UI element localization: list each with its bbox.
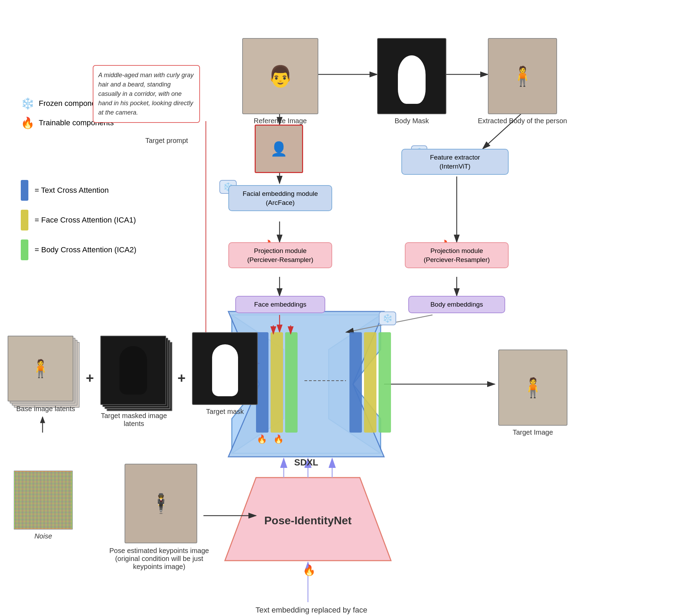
body-attention-label: = Body Cross Attention (ICA2) [35, 245, 136, 254]
prompt-box: A middle-aged man with curly gray hair a… [93, 65, 200, 123]
svg-rect-27 [271, 332, 283, 433]
color-legend: = Text Cross Attention = Face Cross Atte… [21, 180, 136, 269]
svg-rect-28 [364, 332, 376, 433]
body-attention-bar [21, 239, 28, 260]
face-detected-placeholder: 👤 [255, 125, 303, 173]
svg-text:SDXL: SDXL [294, 457, 318, 468]
svg-rect-25 [256, 332, 268, 433]
svg-marker-1 [225, 478, 391, 561]
body-mask-label: Body Mask [377, 117, 446, 125]
noise-label: Noise [14, 532, 73, 540]
projection-body-module: Projection module(Perciever-Resampler) [405, 242, 509, 268]
text-attention-bar [21, 180, 28, 201]
projection-face-module: Projection module(Perciever-Resampler) [228, 242, 332, 268]
pose-keypoints-label: Pose estimated keypoints image (original… [104, 547, 215, 571]
face-attention-bar [21, 210, 28, 230]
svg-text:Pose-IdentityNet: Pose-IdentityNet [264, 514, 352, 527]
extracted-body-placeholder: 🧍 [488, 38, 557, 114]
base-image-label: Base image latents [8, 405, 84, 413]
facial-embedding-label: Facial embedding module(ArcFace) [243, 190, 318, 206]
prompt-text: A middle-aged man with curly gray hair a… [98, 72, 193, 116]
bottom-text-label: Text embedding replaced by face embeddin… [242, 606, 381, 616]
plus-sign-1: + [86, 370, 94, 386]
fire-sdxl-2: 🔥 [273, 434, 284, 444]
reference-image-placeholder: 👨 [242, 38, 318, 114]
target-mask-label: Target mask [192, 408, 258, 416]
target-masked-label: Target masked image latents [98, 412, 170, 428]
text-attention-label: = Text Cross Attention [35, 186, 109, 195]
text-attention-legend: = Text Cross Attention [21, 180, 136, 201]
svg-rect-29 [285, 332, 298, 433]
diagram-container: SDXL Pose-IdentityNet Img2Img ❄️ Frozen … [0, 0, 692, 616]
snowflake-icon: ❄️ [21, 97, 35, 110]
noise-arrow [37, 415, 48, 433]
noise-placeholder [14, 471, 73, 529]
fire-icon: 🔥 [21, 116, 35, 129]
plus-sign-2: + [177, 370, 185, 386]
svg-rect-30 [379, 332, 391, 433]
extracted-body-label: Extracted Body of the person [477, 117, 567, 125]
face-attention-legend: = Face Cross Attention (ICA1) [21, 210, 136, 230]
target-prompt-label: Target prompt [145, 137, 188, 145]
fire-sdxl-1: 🔥 [257, 434, 267, 444]
sdxl-snowflake: ❄️ [379, 311, 396, 325]
face-attention-label: = Face Cross Attention (ICA1) [35, 216, 136, 225]
body-mask-placeholder [377, 38, 446, 114]
fire-pose-net: 🔥 [303, 564, 316, 576]
face-embeddings-module: Face embeddings [235, 296, 325, 313]
target-mask-placeholder [192, 332, 258, 405]
facial-embedding-module: Facial embedding module(ArcFace) [228, 185, 332, 211]
target-image-placeholder: 🧍 [498, 350, 567, 426]
body-attention-legend: = Body Cross Attention (ICA2) [21, 239, 136, 260]
svg-rect-26 [349, 332, 362, 433]
reference-image-label: Reference Image [242, 117, 318, 125]
feature-extractor-module: Feature extractor(InternViT) [401, 149, 509, 175]
body-embeddings-module: Body embeddings [408, 296, 505, 313]
target-image-label: Target Image [498, 428, 567, 436]
pose-keypoints-placeholder: 🕴️ [125, 464, 197, 543]
